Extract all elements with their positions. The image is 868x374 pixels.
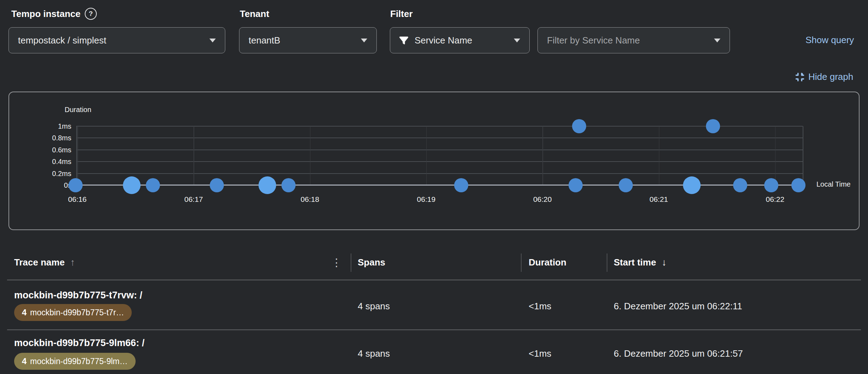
duration-graph-panel <box>8 92 860 230</box>
x-axis-tick-label: 06:20 <box>518 194 567 205</box>
chevron-down-icon <box>514 39 520 42</box>
filter-attribute-select[interactable]: Service Name <box>390 27 530 53</box>
trace-name-link[interactable]: mockbin-d99b7b775-9lm66: / <box>14 338 144 349</box>
trace-data-point[interactable] <box>146 178 160 192</box>
y-axis-tick-label: 0.6ms <box>25 145 71 155</box>
grid-line <box>76 138 803 138</box>
show-query-link[interactable]: Show query <box>805 35 854 46</box>
trace-explorer-page: Tempo instance ? Tenant Filter tempostac… <box>0 0 868 374</box>
x-axis-tick-label: 06:17 <box>169 194 218 205</box>
badge-service-name: mockbin-d99b7b775-t7r… <box>30 308 124 317</box>
grid-line <box>76 126 803 127</box>
column-header-trace-name[interactable]: Trace name ↑ <box>14 255 75 269</box>
badge-span-count: 4 <box>22 308 26 317</box>
y-axis-tick-label: 0.4ms <box>25 157 71 166</box>
sort-ascending-icon[interactable]: ↑ <box>70 255 75 269</box>
help-icon[interactable]: ? <box>85 8 97 20</box>
filter-label: Filter <box>390 8 413 20</box>
trace-data-point[interactable] <box>683 176 701 194</box>
tempo-instance-value: tempostack / simplest <box>18 35 203 46</box>
chevron-down-icon <box>714 39 720 42</box>
grid-line <box>76 161 803 162</box>
filter-icon <box>399 36 408 45</box>
row-divider <box>7 329 861 330</box>
trace-data-point[interactable] <box>281 178 296 192</box>
spans-cell: 4 spans <box>358 299 390 313</box>
grid-line <box>310 126 311 185</box>
sort-descending-icon[interactable]: ↓ <box>662 255 667 269</box>
duration-cell: <1ms <box>529 299 551 313</box>
chart-x-axis-title: Local Time <box>816 180 851 188</box>
tenant-select[interactable]: tenantB <box>239 27 377 53</box>
grid-line <box>77 126 78 185</box>
filter-value-typeahead[interactable]: Filter by Service Name <box>537 27 730 53</box>
badge-span-count: 4 <box>22 356 26 366</box>
tenant-label: Tenant <box>240 8 269 20</box>
y-axis-tick-label: 0s <box>25 180 71 190</box>
kebab-menu-icon[interactable]: ⋮ <box>331 257 342 268</box>
grid-line <box>426 126 427 185</box>
y-axis-line <box>76 126 77 185</box>
x-axis-tick-label: 06:19 <box>402 194 451 205</box>
y-axis-tick-label: 0.8ms <box>25 133 71 143</box>
trace-data-point[interactable] <box>733 178 747 192</box>
filter-value-placeholder: Filter by Service Name <box>547 35 708 46</box>
y-axis-tick-label: 1ms <box>25 121 71 131</box>
column-header-spans[interactable]: Spans <box>358 255 385 269</box>
duration-cell: <1ms <box>529 346 551 361</box>
grid-line <box>76 150 803 150</box>
y-axis-tick-label: 0.2ms <box>25 169 71 179</box>
plot-right-edge <box>803 126 803 185</box>
trace-data-point[interactable] <box>791 178 805 192</box>
filter-attribute-value: Service Name <box>415 35 507 46</box>
trace-data-point[interactable] <box>619 178 633 192</box>
start-time-cell: 6. Dezember 2025 um 06:21:57 <box>614 346 743 361</box>
trace-data-point[interactable] <box>210 178 224 192</box>
hide-graph-link[interactable]: Hide graph <box>795 71 853 82</box>
tempo-instance-label: Tempo instance ? <box>11 8 97 20</box>
trace-data-point[interactable] <box>69 178 83 192</box>
trace-data-point[interactable] <box>123 176 141 194</box>
tenant-value: tenantB <box>249 35 355 46</box>
start-time-cell: 6. Dezember 2025 um 06:22:11 <box>614 299 742 313</box>
header-divider <box>7 280 861 280</box>
tempo-instance-select[interactable]: tempostack / simplest <box>8 27 225 53</box>
x-axis-tick-label: 06:22 <box>750 194 800 205</box>
grid-line <box>76 173 803 174</box>
chart-y-axis-title: Duration <box>65 106 91 114</box>
service-badge[interactable]: 4 mockbin-d99b7b775-9lm… <box>14 353 136 370</box>
column-separator <box>521 253 522 272</box>
grid-line <box>542 126 543 185</box>
trace-data-point[interactable] <box>258 176 276 194</box>
spans-cell: 4 spans <box>358 346 390 361</box>
grid-line <box>194 126 194 185</box>
trace-data-point[interactable] <box>706 119 720 133</box>
chevron-down-icon <box>209 39 216 42</box>
trace-data-point[interactable] <box>454 178 468 192</box>
x-axis-tick-label: 06:16 <box>53 194 102 205</box>
chevron-down-icon <box>361 39 367 42</box>
column-separator <box>607 253 607 272</box>
compress-icon <box>795 72 805 82</box>
column-separator <box>351 253 351 272</box>
grid-line <box>775 126 776 185</box>
service-badge[interactable]: 4 mockbin-d99b7b775-t7r… <box>14 304 132 321</box>
x-axis-tick-label: 06:18 <box>285 194 335 205</box>
column-header-duration[interactable]: Duration <box>529 255 566 269</box>
trace-data-point[interactable] <box>764 178 778 192</box>
trace-name-link[interactable]: mockbin-d99b7b775-t7rvw: / <box>14 290 142 301</box>
trace-data-point[interactable] <box>569 178 583 192</box>
column-header-start-time[interactable]: Start time ↓ <box>614 255 666 269</box>
grid-line <box>659 126 660 185</box>
x-axis-tick-label: 06:21 <box>634 194 684 205</box>
badge-service-name: mockbin-d99b7b775-9lm… <box>30 357 127 366</box>
